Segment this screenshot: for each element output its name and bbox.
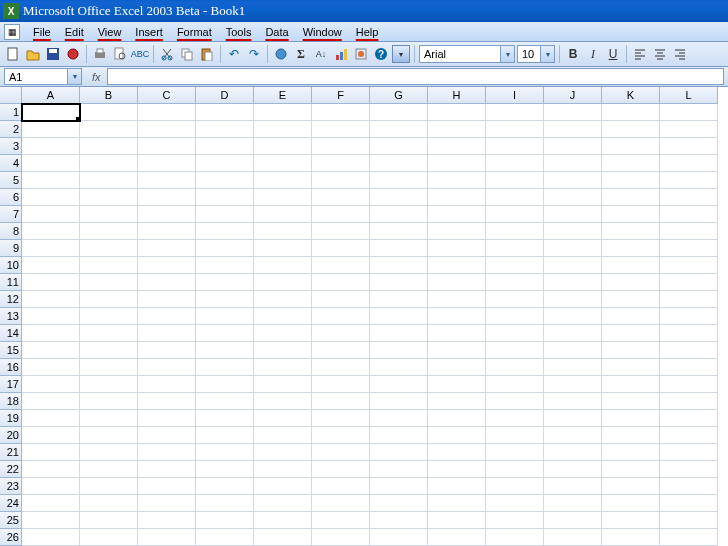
cell-L20[interactable] [660, 427, 718, 444]
row-header-26[interactable]: 26 [0, 529, 22, 546]
cell-F23[interactable] [312, 478, 370, 495]
cell-G23[interactable] [370, 478, 428, 495]
cell-E12[interactable] [254, 291, 312, 308]
cell-C16[interactable] [138, 359, 196, 376]
column-header-K[interactable]: K [602, 87, 660, 104]
menu-window[interactable]: Window [296, 24, 349, 40]
cell-I25[interactable] [486, 512, 544, 529]
cell-J7[interactable] [544, 206, 602, 223]
cell-I16[interactable] [486, 359, 544, 376]
cell-J23[interactable] [544, 478, 602, 495]
row-header-13[interactable]: 13 [0, 308, 22, 325]
cell-I5[interactable] [486, 172, 544, 189]
cell-D2[interactable] [196, 121, 254, 138]
cell-B5[interactable] [80, 172, 138, 189]
cell-K19[interactable] [602, 410, 660, 427]
cell-K2[interactable] [602, 121, 660, 138]
cell-J3[interactable] [544, 138, 602, 155]
cell-B6[interactable] [80, 189, 138, 206]
cell-G26[interactable] [370, 529, 428, 546]
cell-B10[interactable] [80, 257, 138, 274]
cell-B7[interactable] [80, 206, 138, 223]
cell-F16[interactable] [312, 359, 370, 376]
cell-E8[interactable] [254, 223, 312, 240]
column-header-F[interactable]: F [312, 87, 370, 104]
cell-G21[interactable] [370, 444, 428, 461]
cell-L23[interactable] [660, 478, 718, 495]
cell-G22[interactable] [370, 461, 428, 478]
cell-D3[interactable] [196, 138, 254, 155]
cell-H8[interactable] [428, 223, 486, 240]
cell-G3[interactable] [370, 138, 428, 155]
open-button[interactable] [24, 45, 42, 63]
cell-B20[interactable] [80, 427, 138, 444]
column-header-L[interactable]: L [660, 87, 718, 104]
cell-J10[interactable] [544, 257, 602, 274]
cell-H9[interactable] [428, 240, 486, 257]
print-button[interactable] [91, 45, 109, 63]
cell-E18[interactable] [254, 393, 312, 410]
cell-F4[interactable] [312, 155, 370, 172]
column-header-C[interactable]: C [138, 87, 196, 104]
cell-G9[interactable] [370, 240, 428, 257]
cell-K22[interactable] [602, 461, 660, 478]
cell-H12[interactable] [428, 291, 486, 308]
drawing-button[interactable] [352, 45, 370, 63]
cell-G13[interactable] [370, 308, 428, 325]
mail-button[interactable] [64, 45, 82, 63]
cell-I2[interactable] [486, 121, 544, 138]
menu-insert[interactable]: Insert [128, 24, 170, 40]
cell-D22[interactable] [196, 461, 254, 478]
cell-C3[interactable] [138, 138, 196, 155]
cell-B3[interactable] [80, 138, 138, 155]
cell-F8[interactable] [312, 223, 370, 240]
align-center-button[interactable] [651, 45, 669, 63]
cell-E15[interactable] [254, 342, 312, 359]
cell-L6[interactable] [660, 189, 718, 206]
new-button[interactable] [4, 45, 22, 63]
cell-B1[interactable] [80, 104, 138, 121]
cell-G5[interactable] [370, 172, 428, 189]
cell-F11[interactable] [312, 274, 370, 291]
cell-K16[interactable] [602, 359, 660, 376]
cell-A24[interactable] [22, 495, 80, 512]
cell-J17[interactable] [544, 376, 602, 393]
cell-E24[interactable] [254, 495, 312, 512]
cell-G19[interactable] [370, 410, 428, 427]
spell-button[interactable]: ABC [131, 45, 149, 63]
cell-J4[interactable] [544, 155, 602, 172]
cell-F3[interactable] [312, 138, 370, 155]
cell-C19[interactable] [138, 410, 196, 427]
cell-A18[interactable] [22, 393, 80, 410]
undo-button[interactable]: ↶ [225, 45, 243, 63]
cell-K21[interactable] [602, 444, 660, 461]
cell-L2[interactable] [660, 121, 718, 138]
cell-D8[interactable] [196, 223, 254, 240]
cell-A17[interactable] [22, 376, 80, 393]
cell-L5[interactable] [660, 172, 718, 189]
cell-I17[interactable] [486, 376, 544, 393]
cell-I7[interactable] [486, 206, 544, 223]
cell-C5[interactable] [138, 172, 196, 189]
row-header-2[interactable]: 2 [0, 121, 22, 138]
cell-F1[interactable] [312, 104, 370, 121]
cell-A19[interactable] [22, 410, 80, 427]
cell-A23[interactable] [22, 478, 80, 495]
row-header-11[interactable]: 11 [0, 274, 22, 291]
cell-F5[interactable] [312, 172, 370, 189]
cell-F2[interactable] [312, 121, 370, 138]
font-size-select[interactable]: 10 ▾ [517, 45, 555, 63]
cell-A8[interactable] [22, 223, 80, 240]
cell-F7[interactable] [312, 206, 370, 223]
cell-D23[interactable] [196, 478, 254, 495]
cell-G14[interactable] [370, 325, 428, 342]
cell-G18[interactable] [370, 393, 428, 410]
cell-F12[interactable] [312, 291, 370, 308]
menu-help[interactable]: Help [349, 24, 386, 40]
cell-H5[interactable] [428, 172, 486, 189]
cell-D6[interactable] [196, 189, 254, 206]
cell-H16[interactable] [428, 359, 486, 376]
cell-C24[interactable] [138, 495, 196, 512]
cell-K11[interactable] [602, 274, 660, 291]
cell-K13[interactable] [602, 308, 660, 325]
